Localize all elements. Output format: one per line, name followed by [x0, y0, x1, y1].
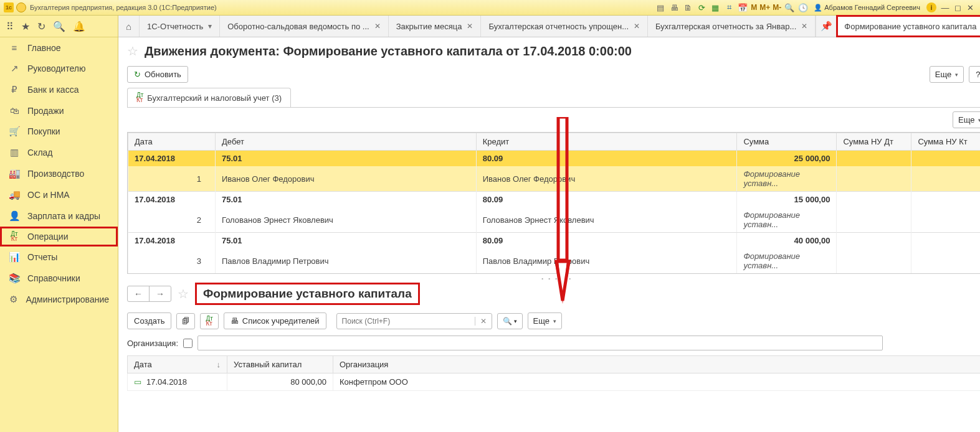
search-go-button[interactable]: 🔍▾	[497, 313, 523, 329]
subtab-accounting[interactable]: ДтКт Бухгалтерский и налоговый учет (3)	[127, 88, 291, 107]
tab-osv[interactable]: Оборотно-сальдовая ведомость по ...✕	[220, 16, 388, 37]
toolbar-icon-1[interactable]: ▤	[655, 2, 666, 13]
table-row[interactable]: ▭17.04.2018 80 000,00 Конфетпром ООО	[128, 373, 981, 391]
app-menu-dropdown[interactable]	[16, 2, 26, 12]
sidebar-item-admin[interactable]: ⚙Администрирование	[0, 289, 118, 310]
tab-close-icon[interactable]: ✕	[634, 22, 640, 31]
lower-panel: ← → ☆ Формирование уставного капитала Со…	[127, 283, 980, 391]
tab-1c-report[interactable]: 1С-Отчетность▾	[140, 16, 220, 37]
col-sum-nu-kt[interactable]: Сумма НУ Кт	[911, 133, 980, 151]
zoom-icon[interactable]: 🔍	[784, 2, 795, 13]
col2-cap[interactable]: Уставный капитал	[227, 356, 333, 373]
org-label: Организация:	[127, 339, 178, 348]
restore-button[interactable]: ◻	[952, 3, 963, 12]
more-button[interactable]: Еще	[930, 66, 964, 83]
dtkt-small-icon: ДтКт	[136, 93, 143, 103]
apps-icon[interactable]: ⠿	[6, 21, 14, 32]
founders-list-button[interactable]: 🖶Список учредителей	[224, 312, 326, 329]
sidebar-item-main[interactable]: ≡Главное	[0, 37, 118, 58]
history-icon[interactable]: ↻	[37, 21, 45, 32]
tab-close-icon[interactable]: ✕	[374, 22, 381, 31]
refresh-icon[interactable]: ⟳	[696, 2, 707, 13]
col-credit[interactable]: Кредит	[476, 133, 737, 151]
panel-splitter[interactable]: • • • • •	[127, 274, 980, 283]
col-debit[interactable]: Дебет	[216, 133, 477, 151]
refresh-button[interactable]: ↻Обновить	[127, 66, 188, 83]
cart-icon: 🛒	[9, 126, 20, 137]
sidebar-item-sales[interactable]: 🛍Продажи	[0, 100, 118, 121]
tab-close-icon[interactable]: ✕	[801, 22, 807, 31]
copy-button[interactable]: 🗐	[176, 313, 195, 329]
sidebar-item-refs[interactable]: 📚Справочники	[0, 268, 118, 289]
star-icon[interactable]: ★	[21, 21, 30, 32]
table-row[interactable]: 17.04.201875.0180.0940 000,00	[128, 233, 981, 249]
pin-icon[interactable]: 📌	[816, 16, 837, 37]
sidebar-item-os-nma[interactable]: 🚚ОС и НМА	[0, 184, 118, 205]
search-clear-icon[interactable]: ✕	[475, 317, 492, 326]
tab-close-month[interactable]: Закрытие месяца✕	[389, 16, 482, 37]
refresh-arrow-icon: ↻	[134, 70, 141, 79]
lower-more-button[interactable]: Еще	[528, 312, 562, 329]
close-button[interactable]: ✕	[964, 3, 976, 12]
sidebar-item-manager[interactable]: ↗Руководителю	[0, 58, 118, 79]
table-row[interactable]: 17.04.201875.0180.0925 000,00	[128, 151, 981, 167]
grid-more-button[interactable]: Еще	[953, 111, 980, 128]
table-icon[interactable]: ▦	[710, 2, 721, 13]
sidebar-item-salary[interactable]: 👤Зарплата и кадры	[0, 205, 118, 227]
dtkt-button[interactable]: ДтКт	[200, 313, 218, 329]
tab-formation-capital[interactable]: Формирование уставного капитала✕	[837, 16, 980, 37]
calendar-icon[interactable]: 📅	[737, 2, 748, 13]
table-row[interactable]: 1Иванов Олег ФедоровичИванов Олег Федоро…	[128, 166, 981, 192]
titlebar: 1c Бухгалтерия предприятия, редакция 3.0…	[0, 0, 980, 16]
tab-close-icon[interactable]: ▾	[208, 22, 212, 31]
col-sum[interactable]: Сумма	[737, 133, 837, 151]
sidebar-item-production[interactable]: 🏭Производство	[0, 163, 118, 184]
sidebar-item-operations[interactable]: ДтКтОперации	[0, 227, 118, 247]
current-user[interactable]: 👤Абрамов Геннадий Сергеевич	[814, 4, 920, 12]
org-input[interactable]	[197, 336, 883, 350]
bell-icon[interactable]: 🔔	[73, 21, 85, 32]
table-row[interactable]: 3Павлов Владимир ПетровичПавлов Владимир…	[128, 248, 981, 273]
print-icon[interactable]: 🖶	[668, 2, 680, 13]
clock-icon[interactable]: 🕓	[797, 2, 809, 13]
minimize-button[interactable]: —	[940, 3, 951, 12]
table-row[interactable]: 17.04.201875.0180.0915 000,00	[128, 192, 981, 208]
table-row[interactable]: 2Голованов Эрнест ЯковлевичГолованов Эрн…	[128, 207, 981, 233]
col2-org[interactable]: Организация	[333, 356, 981, 373]
nav-forward-button[interactable]: →	[150, 286, 171, 301]
document-icon: ▭	[134, 377, 141, 387]
window-title: Бухгалтерия предприятия, редакция 3.0 (1…	[30, 4, 217, 11]
m-plus-button[interactable]: M+	[759, 3, 770, 12]
sidebar-item-bank[interactable]: ₽Банк и касса	[0, 79, 118, 100]
tab-bar: ⌂ 1С-Отчетность▾ Оборотно-сальдовая ведо…	[118, 16, 980, 37]
sidebar-item-purchases[interactable]: 🛒Покупки	[0, 121, 118, 142]
search-box: ✕	[336, 313, 492, 329]
doc-icon[interactable]: 🗎	[682, 2, 693, 13]
info-icon[interactable]: i	[926, 2, 936, 12]
calc-icon[interactable]: ⌗	[723, 2, 735, 13]
col-sum-nu-dt[interactable]: Сумма НУ Дт	[837, 133, 911, 151]
favorite-star-icon[interactable]: ☆	[178, 286, 189, 301]
person-icon: 👤	[9, 210, 20, 222]
nav-back-button[interactable]: ←	[128, 286, 150, 301]
m-minus-button[interactable]: M-	[773, 3, 781, 12]
create-button[interactable]: Создать	[127, 312, 171, 329]
col2-date[interactable]: Дата↓	[128, 356, 227, 373]
home-tab-icon[interactable]: ⌂	[118, 16, 140, 37]
m-button[interactable]: M	[751, 3, 757, 12]
ruble-icon: ₽	[9, 84, 20, 95]
tab-bo-simple[interactable]: Бухгалтерская отчетность упрощен...✕	[481, 16, 648, 37]
tab-close-icon[interactable]: ✕	[467, 22, 473, 31]
favorite-star-icon[interactable]: ☆	[127, 44, 138, 59]
page-title: Движения документа: Формирование уставно…	[145, 44, 632, 59]
col-date[interactable]: Дата	[128, 133, 216, 151]
help-button[interactable]: ?	[969, 66, 980, 83]
search-input[interactable]	[337, 317, 475, 326]
org-checkbox[interactable]	[183, 339, 193, 348]
home-bars-icon: ≡	[9, 42, 20, 53]
tab-bo-jan[interactable]: Бухгалтерская отчетность за Январ...✕	[648, 16, 816, 37]
search-icon[interactable]: 🔍	[53, 21, 65, 32]
sidebar-item-warehouse[interactable]: ▥Склад	[0, 142, 118, 163]
table-header-row: Дата Дебет Кредит Сумма Сумма НУ Дт Сумм…	[128, 133, 981, 151]
sidebar-item-reports[interactable]: 📊Отчеты	[0, 247, 118, 268]
